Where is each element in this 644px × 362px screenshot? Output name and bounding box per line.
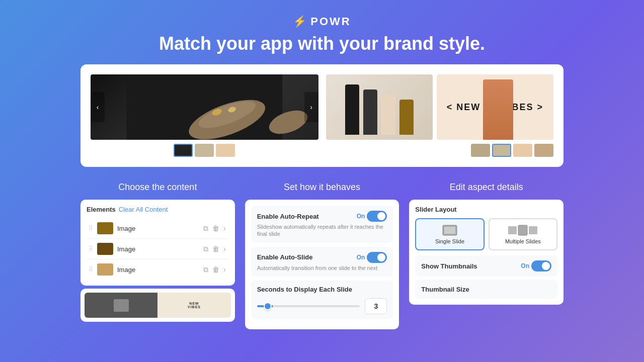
clear-all-button[interactable]: Clear All Content [119, 206, 168, 213]
thumb-3[interactable] [216, 144, 235, 157]
layout-option-single[interactable]: Single Slide [415, 218, 484, 250]
mini-image [114, 299, 129, 312]
element-label-3: Image [117, 266, 198, 274]
auto-slide-title: Enable Auto-Slide [257, 253, 313, 261]
element-row-3: ⠿ Image ⧉ 🗑 › [87, 259, 229, 280]
thumb-r3[interactable] [513, 144, 532, 157]
show-thumbnails-label: Show Thumbnails [421, 262, 477, 270]
layout-options: Single Slide Multiple Slides [415, 218, 557, 250]
auto-repeat-item: Enable Auto-Repeat On Slideshow automati… [251, 206, 393, 243]
expand-icon-2[interactable]: › [222, 244, 227, 254]
thumbnails-toggle-container: On [521, 260, 551, 272]
thumb-r4[interactable] [534, 144, 553, 157]
preview-mini-right: NEW VIBES [157, 293, 230, 318]
thumbnail-size-row: Thumbnail Size [415, 280, 557, 299]
duplicate-icon-1[interactable]: ⧉ [202, 223, 209, 234]
single-slide-label: Single Slide [421, 238, 478, 244]
auto-slide-desc: Automatically transition from one slide … [257, 264, 387, 272]
drag-handle-3[interactable]: ⠿ [89, 266, 93, 273]
delete-icon-1[interactable]: 🗑 [211, 223, 220, 233]
slide-group [326, 74, 433, 140]
seconds-slider-title: Seconds to Display Each Slide [257, 286, 387, 293]
panel-content-card: Elements Clear All Content ⠿ Image ⧉ 🗑 ›… [80, 200, 235, 286]
show-thumbnails-toggle[interactable] [531, 260, 551, 272]
svg-rect-7 [508, 226, 517, 234]
element-label-2: Image [117, 245, 198, 253]
element-actions-2: ⧉ 🗑 › [202, 244, 227, 254]
drag-handle-2[interactable]: ⠿ [89, 245, 93, 252]
thumbnails-left [91, 144, 318, 157]
thumb-1[interactable] [174, 144, 193, 157]
duplicate-icon-2[interactable]: ⧉ [202, 244, 209, 254]
element-row-2: ⠿ Image ⧉ 🗑 › [87, 239, 229, 259]
element-thumb-1 [97, 222, 113, 234]
preview-right: < NEW VIBES > [326, 74, 554, 157]
slider-layout-label: Slider Layout [415, 206, 557, 213]
auto-repeat-toggle-container: On [357, 211, 387, 222]
multiple-slide-icon-row [495, 224, 551, 236]
preview-mini: NEW VIBES [85, 293, 231, 318]
auto-slide-row: Enable Auto-Slide On [257, 252, 387, 263]
auto-repeat-row: Enable Auto-Repeat On [257, 211, 387, 222]
auto-repeat-toggle[interactable] [367, 211, 387, 222]
thumb-r2[interactable] [492, 144, 511, 157]
hand-image [91, 74, 318, 140]
logo-area: ⚡ POWR [0, 15, 644, 28]
panel-aspect-card: Slider Layout Single Slide [409, 200, 564, 305]
delete-icon-2[interactable]: 🗑 [211, 244, 220, 254]
element-actions-3: ⧉ 🗑 › [202, 264, 227, 275]
multiple-slides-svg [508, 224, 538, 236]
auto-slide-item: Enable Auto-Slide On Automatically trans… [251, 247, 393, 277]
elements-header: Elements Clear All Content [87, 206, 229, 213]
delete-icon-3[interactable]: 🗑 [211, 264, 220, 275]
panel-behavior: Set how it behaves Enable Auto-Repeat On… [245, 182, 399, 329]
multiple-slides-label: Multiple Slides [495, 238, 551, 244]
element-actions-1: ⧉ 🗑 › [202, 223, 227, 234]
svg-rect-6 [444, 227, 455, 234]
tagline: Match your app with your brand style. [0, 33, 644, 54]
person-3 [381, 95, 395, 135]
slide-prev-button[interactable]: ‹ [91, 92, 105, 122]
person-2 [363, 89, 377, 135]
slide-hand: ‹ › [91, 74, 318, 140]
panel-content: Choose the content Elements Clear All Co… [80, 182, 235, 329]
slide-pair: < NEW VIBES > [326, 74, 554, 140]
preview-left: ‹ › [91, 74, 318, 157]
duplicate-icon-3[interactable]: ⧉ [202, 264, 209, 275]
auto-slide-toggle[interactable] [367, 252, 387, 263]
panel-behavior-card: Enable Auto-Repeat On Slideshow automati… [245, 200, 399, 329]
panel-content-title: Choose the content [80, 182, 235, 193]
logo-text: POWR [310, 15, 351, 28]
seconds-slider-input[interactable] [257, 305, 360, 307]
panel-aspect: Edit aspect details Slider Layout Single… [409, 182, 564, 329]
seconds-slider-section: Seconds to Display Each Slide 3 [251, 281, 393, 319]
slide-next-button[interactable]: › [304, 92, 318, 122]
panel-aspect-title: Edit aspect details [409, 182, 564, 193]
element-label-1: Image [117, 225, 198, 232]
layout-option-multiple[interactable]: Multiple Slides [489, 218, 557, 250]
panels-row: Choose the content Elements Clear All Co… [80, 182, 564, 329]
svg-rect-9 [529, 226, 537, 234]
expand-icon-3[interactable]: › [222, 264, 227, 275]
auto-repeat-desc: Slideshow automatically repeats after it… [257, 223, 387, 238]
thumb-2[interactable] [195, 144, 214, 157]
header: ⚡ POWR Match your app with your brand st… [0, 0, 644, 64]
thumb-r1[interactable] [471, 144, 490, 157]
element-thumb-3 [97, 263, 113, 276]
auto-slide-toggle-container: On [357, 252, 387, 263]
single-slide-svg [442, 224, 458, 236]
expand-icon-1[interactable]: › [222, 223, 227, 233]
vibes-left-text: < NEW [447, 102, 481, 113]
element-thumb-2 [97, 243, 113, 255]
drag-handle-1[interactable]: ⠿ [89, 225, 93, 232]
seconds-value-box: 3 [365, 298, 387, 314]
slide-vibes: < NEW VIBES > [437, 74, 553, 140]
person-1 [345, 84, 359, 135]
auto-repeat-title: Enable Auto-Repeat [257, 213, 319, 220]
thumbnail-size-label: Thumbnail Size [421, 286, 469, 293]
show-thumbnails-row: Show Thumbnails On [415, 255, 557, 277]
preview-mini-left [85, 293, 157, 318]
thumbnails-right [326, 144, 554, 157]
vibes-model [483, 79, 513, 140]
element-row-1: ⠿ Image ⧉ 🗑 › [87, 218, 229, 239]
